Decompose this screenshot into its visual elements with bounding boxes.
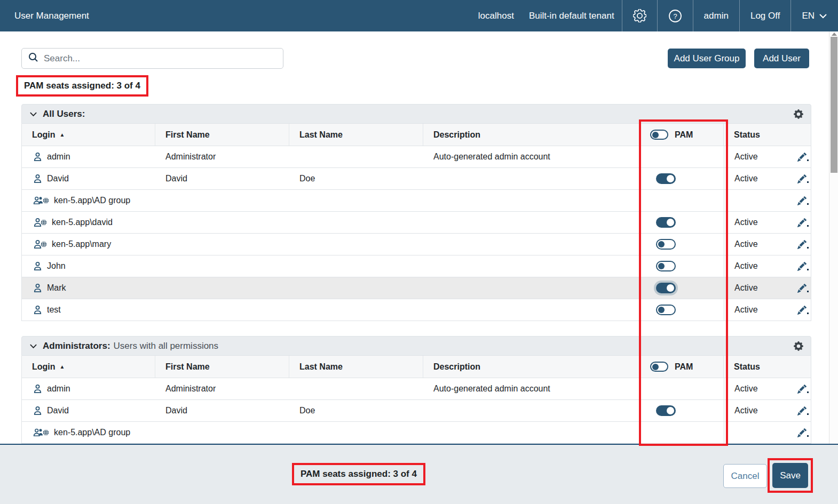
chevron-down-icon <box>819 13 827 19</box>
last-name-cell <box>289 255 423 277</box>
pam-toggle[interactable] <box>656 305 676 315</box>
help-button[interactable]: ? <box>657 0 693 31</box>
table-row[interactable]: ken-5.app\AD group <box>22 190 811 212</box>
scrollbar-thumb[interactable] <box>831 37 837 173</box>
section-header[interactable]: All Users: <box>21 104 811 124</box>
table-row[interactable]: Mark Active <box>22 277 811 299</box>
column-header-first-name[interactable]: First Name <box>155 356 289 378</box>
settings-button[interactable] <box>622 0 657 31</box>
column-header-description[interactable]: Description <box>423 124 640 146</box>
column-header-last-name[interactable]: Last Name <box>289 124 423 146</box>
language-label: EN <box>802 11 815 21</box>
table-row[interactable]: John Active <box>22 255 811 277</box>
column-header-first-name[interactable]: First Name <box>155 124 289 146</box>
last-name-cell <box>289 190 423 211</box>
column-header-status[interactable]: Status <box>724 356 812 378</box>
status-label: Active <box>734 218 758 227</box>
edit-button[interactable] <box>797 262 809 271</box>
status-cell: Active <box>724 168 812 189</box>
user-group-section: All Users: Login▲ First Name Last Name D… <box>21 104 811 321</box>
column-header-last-name[interactable]: Last Name <box>289 356 423 378</box>
table-row[interactable]: test Active <box>22 299 811 321</box>
pam-toggle[interactable] <box>656 261 676 271</box>
status-cell: Active <box>724 146 812 167</box>
first-name-cell: Administrator <box>155 146 289 167</box>
sort-asc-icon: ▲ <box>60 364 65 370</box>
edit-button[interactable] <box>797 428 809 437</box>
first-name-cell <box>155 277 289 299</box>
login-label: test <box>47 305 61 315</box>
section-subtitle: Users with all permissions <box>114 341 219 351</box>
table-row[interactable]: ken-5.app\david Active <box>22 212 811 234</box>
edit-button[interactable] <box>797 306 809 315</box>
column-header-login[interactable]: Login▲ <box>22 356 155 378</box>
pam-column-toggle[interactable] <box>650 362 668 372</box>
login-label: admin <box>47 152 70 162</box>
edit-button[interactable] <box>797 153 809 162</box>
table-row[interactable]: ken-5.app\AD group <box>22 422 811 444</box>
description-cell <box>423 277 640 299</box>
edit-button[interactable] <box>797 174 809 183</box>
login-label: admin <box>47 384 70 394</box>
column-header-status[interactable]: Status <box>724 124 812 146</box>
description-cell: Auto-generated admin account <box>423 378 640 399</box>
table-row[interactable]: ken-5.app\mary Active <box>22 234 811 255</box>
edit-dot <box>807 181 809 183</box>
description-cell <box>423 422 640 443</box>
save-button[interactable]: Save <box>772 463 808 488</box>
table-row[interactable]: admin Administrator Auto-generated admin… <box>22 146 811 168</box>
status-cell: Active <box>724 234 812 255</box>
account-menu[interactable]: admin <box>693 0 739 31</box>
user-icon <box>33 406 42 415</box>
domain-group-icon <box>33 428 49 437</box>
log-off-button[interactable]: Log Off <box>739 0 790 31</box>
user-icon <box>33 283 42 293</box>
chevron-down-icon[interactable] <box>29 343 37 349</box>
pam-cell <box>640 400 724 421</box>
edit-button[interactable] <box>797 406 809 415</box>
vertical-scrollbar[interactable] <box>829 31 838 444</box>
edit-button[interactable] <box>797 284 809 293</box>
section-gear-icon[interactable] <box>794 109 803 119</box>
table-row[interactable]: David David Doe Active <box>22 168 811 190</box>
table-body: admin Administrator Auto-generated admin… <box>21 146 811 321</box>
status-label: Active <box>734 283 758 293</box>
pam-column-toggle[interactable] <box>650 130 668 140</box>
table-row[interactable]: admin Administrator Auto-generated admin… <box>22 378 811 400</box>
edit-button[interactable] <box>797 218 809 227</box>
pam-toggle[interactable] <box>656 217 676 228</box>
section-gear-icon[interactable] <box>794 341 803 351</box>
add-user-group-button[interactable]: Add User Group <box>668 49 746 68</box>
search-input[interactable] <box>44 53 276 64</box>
pam-cell <box>640 190 724 211</box>
table-row[interactable]: David David Doe Active <box>22 400 811 422</box>
pam-toggle[interactable] <box>656 239 676 250</box>
user-group-section: Administrators: Users with all permissio… <box>21 336 811 444</box>
domain-user-icon <box>33 239 47 249</box>
user-icon <box>33 305 42 315</box>
section-header[interactable]: Administrators: Users with all permissio… <box>21 336 811 356</box>
edit-button[interactable] <box>797 240 809 249</box>
pam-toggle[interactable] <box>656 405 676 416</box>
log-off-label: Log Off <box>750 11 780 21</box>
language-selector[interactable]: EN <box>790 0 838 31</box>
pam-cell <box>640 234 724 255</box>
chevron-down-icon[interactable] <box>29 111 37 117</box>
status-cell: Active <box>724 212 812 233</box>
help-icon: ? <box>668 9 682 23</box>
cancel-button[interactable]: Cancel <box>723 464 767 488</box>
edit-dot <box>807 313 809 314</box>
column-header-login[interactable]: Login▲ <box>22 124 155 146</box>
pam-toggle[interactable] <box>656 173 676 184</box>
add-user-button[interactable]: Add User <box>754 49 809 68</box>
pam-toggle[interactable] <box>656 283 676 293</box>
footer-bar: PAM seats assigned: 3 of 4 Cancel Save <box>0 444 838 504</box>
edit-button[interactable] <box>797 385 809 394</box>
scroll-up-arrow-icon[interactable] <box>832 33 837 36</box>
description-cell <box>423 212 640 233</box>
login-label: John <box>47 261 66 271</box>
edit-button[interactable] <box>797 196 809 205</box>
edit-dot <box>807 291 809 292</box>
column-header-description[interactable]: Description <box>423 356 640 378</box>
description-cell <box>423 168 640 189</box>
